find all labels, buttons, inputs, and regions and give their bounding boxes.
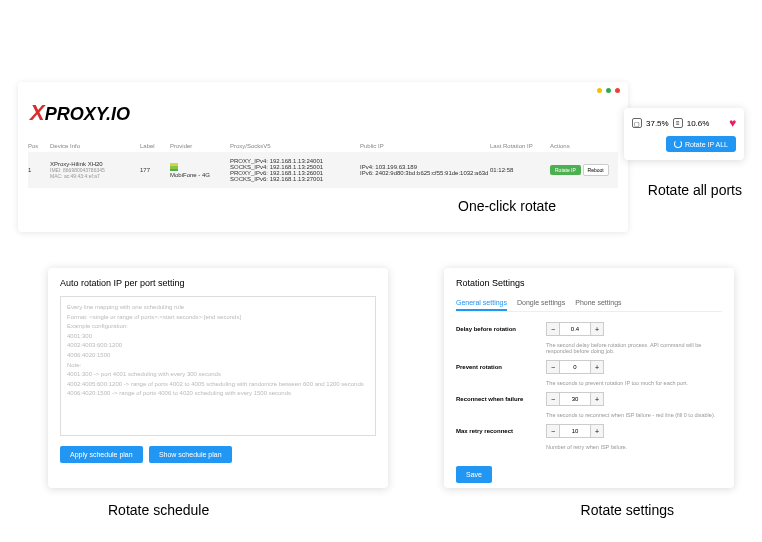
save-button[interactable]: Save <box>456 466 492 483</box>
retry-hint: Number of retry when ISP failure. <box>546 444 722 450</box>
th-ip: Public IP <box>360 143 490 149</box>
cpu-icon: ▢ <box>632 118 642 128</box>
reconnect-hint: The seconds to reconnect when ISP failur… <box>546 412 722 418</box>
cell-pos: 1 <box>28 167 50 173</box>
prevent-label: Prevent rotation <box>456 364 546 370</box>
device-mac: MAC: ac:49:43:4:ef:a7 <box>50 173 140 179</box>
close-dot[interactable] <box>615 88 620 93</box>
th-rotation: Last Rotation IP <box>490 143 550 149</box>
window-controls <box>597 88 620 93</box>
minus-button[interactable]: − <box>546 392 560 406</box>
reconnect-stepper[interactable]: −+ <box>546 392 604 406</box>
delay-stepper[interactable]: −+ <box>546 322 604 336</box>
plus-button[interactable]: + <box>590 360 604 374</box>
rotate-ip-button[interactable]: Rotate IP <box>550 165 581 175</box>
mem-icon: ≡ <box>673 118 683 128</box>
stats-panel: ▢ 37.5% ≡ 10.6% ♥ Rotate IP ALL <box>624 108 744 160</box>
annotation-rotateall: Rotate all ports <box>648 182 742 198</box>
prevent-stepper[interactable]: −+ <box>546 360 604 374</box>
cell-actions: Rotate IP Reboot <box>550 164 618 176</box>
th-label: Label <box>140 143 170 149</box>
th-pos: Pos <box>28 143 50 149</box>
schedule-panel: Auto rotation IP per port setting Every … <box>48 268 388 488</box>
plus-button[interactable]: + <box>590 424 604 438</box>
cell-label: 177 <box>140 167 170 173</box>
delay-hint: The second delay before rotation process… <box>546 342 722 354</box>
minus-button[interactable]: − <box>546 322 560 336</box>
reconnect-label: Reconnect when failure <box>456 396 546 402</box>
retry-input[interactable] <box>560 424 590 438</box>
minus-button[interactable]: − <box>546 424 560 438</box>
tab-general[interactable]: General settings <box>456 296 507 311</box>
tab-phone[interactable]: Phone settings <box>575 296 621 311</box>
retry-label: Max retry reconnect <box>456 428 546 434</box>
show-schedule-button[interactable]: Show schedule plan <box>149 446 232 463</box>
plus-button[interactable]: + <box>590 392 604 406</box>
annotation-settings: Rotate settings <box>581 502 674 518</box>
th-device: Device Info <box>50 143 140 149</box>
minus-button[interactable]: − <box>546 360 560 374</box>
cell-ip: IPv4: 103.199.63.189 IPv6: 2402:9d80:3bd… <box>360 164 490 176</box>
stats-row: ▢ 37.5% ≡ 10.6% ♥ <box>632 116 736 130</box>
annotation-schedule: Rotate schedule <box>108 502 209 518</box>
delay-input[interactable] <box>560 322 590 336</box>
prevent-hint: The seconds to prevent rotation IP too m… <box>546 380 722 386</box>
settings-title: Rotation Settings <box>456 278 722 288</box>
tab-dongle[interactable]: Dongle settings <box>517 296 565 311</box>
settings-panel: Rotation Settings General settings Dongl… <box>444 268 734 488</box>
th-provider: Provider <box>170 143 230 149</box>
mem-value: 10.6% <box>687 119 710 128</box>
cpu-value: 37.5% <box>646 119 669 128</box>
rotate-all-button[interactable]: Rotate IP ALL <box>666 136 736 152</box>
prevent-input[interactable] <box>560 360 590 374</box>
table-header: Pos Device Info Label Provider Proxy/Soc… <box>28 140 618 152</box>
provider-name: MobiFone - 4G <box>170 172 210 178</box>
reconnect-input[interactable] <box>560 392 590 406</box>
refresh-icon <box>674 140 682 148</box>
cell-rotation: 01:12:58 <box>490 167 550 173</box>
heart-icon: ♥ <box>729 116 736 130</box>
logo: XPROXY.IO <box>30 100 130 126</box>
delay-label: Delay before rotation <box>456 326 546 332</box>
schedule-textarea[interactable]: Every line mapping with one scheduling r… <box>60 296 376 436</box>
annotation-oneclick: One-click rotate <box>458 198 556 214</box>
plus-button[interactable]: + <box>590 322 604 336</box>
retry-stepper[interactable]: −+ <box>546 424 604 438</box>
apply-schedule-button[interactable]: Apply schedule plan <box>60 446 143 463</box>
cell-device: XProxy-Hilink XH20 IMEI: 866980043786345… <box>50 161 140 179</box>
reboot-button[interactable]: Reboot <box>583 164 609 176</box>
th-actions: Actions <box>550 143 618 149</box>
maximize-dot[interactable] <box>606 88 611 93</box>
settings-tabs: General settings Dongle settings Phone s… <box>456 296 722 312</box>
proxy-table: Pos Device Info Label Provider Proxy/Soc… <box>28 140 618 188</box>
schedule-title: Auto rotation IP per port setting <box>60 278 376 288</box>
cell-proxy: PROXY_IPv4: 192.168.1.13:24001 SOCKS_IPv… <box>230 158 360 182</box>
table-row: 1 XProxy-Hilink XH20 IMEI: 8669800437863… <box>28 152 618 188</box>
cell-provider: MobiFone - 4G <box>170 163 230 178</box>
minimize-dot[interactable] <box>597 88 602 93</box>
th-proxy: Proxy/SocksV5 <box>230 143 360 149</box>
signal-icon <box>170 163 178 171</box>
